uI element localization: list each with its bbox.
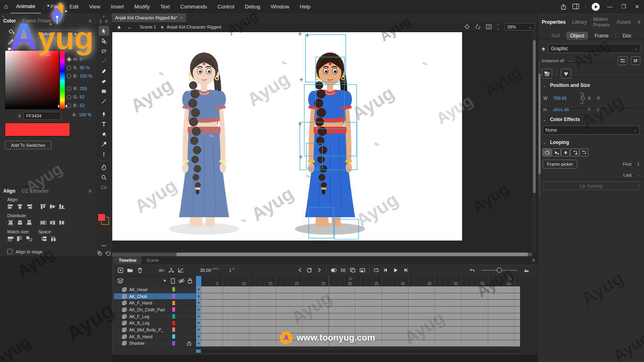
distribute-right-button[interactable] bbox=[58, 219, 66, 226]
align-panel-menu-icon[interactable]: ≡ bbox=[89, 188, 91, 194]
position-section-chevron[interactable]: ⌄ bbox=[543, 83, 546, 88]
fill-color-selector-icon[interactable] bbox=[7, 28, 15, 35]
space-horizontal-button[interactable] bbox=[49, 235, 57, 242]
menu-item-control[interactable]: Control bbox=[212, 4, 239, 10]
line-tool-icon[interactable] bbox=[99, 96, 109, 106]
distribute-top-button[interactable] bbox=[6, 219, 14, 226]
properties-menu-icon[interactable]: ≡ bbox=[638, 19, 640, 25]
tab-library[interactable]: Library bbox=[572, 19, 587, 25]
blue-radio[interactable] bbox=[67, 103, 71, 108]
first-value[interactable]: 1 bbox=[637, 162, 640, 167]
layer-color-chip[interactable] bbox=[172, 327, 175, 332]
pen-tool-icon[interactable] bbox=[99, 109, 109, 119]
reverse-loop-button[interactable] bbox=[570, 148, 579, 156]
distribute-center-button[interactable] bbox=[48, 219, 56, 226]
frames-rows[interactable] bbox=[196, 286, 520, 347]
layer-row-ak_f_hand[interactable]: AK_F_Hand bbox=[114, 300, 196, 306]
distribute-middle-button[interactable] bbox=[16, 219, 24, 226]
menu-item-window[interactable]: Window bbox=[266, 4, 295, 10]
frame-picker-button[interactable]: Frame picker bbox=[543, 160, 577, 169]
create-marker-range-icon[interactable] bbox=[357, 266, 367, 275]
snap-icon[interactable] bbox=[97, 251, 103, 256]
play-icon[interactable] bbox=[391, 266, 400, 275]
tab-properties[interactable]: Properties bbox=[542, 19, 566, 25]
timeline-hscrollbar-marker[interactable] bbox=[196, 350, 201, 353]
red-value[interactable]: 255 bbox=[80, 86, 87, 91]
layer-row-ak_b_leg[interactable]: AK_B_Leg bbox=[114, 320, 196, 327]
fps-value[interactable]: 30.00 bbox=[200, 268, 211, 273]
hand-tool-icon[interactable] bbox=[99, 162, 109, 172]
outline-box-icon[interactable] bbox=[171, 278, 175, 284]
graph-editor-icon[interactable] bbox=[176, 266, 186, 275]
home-icon[interactable]: ⌂ bbox=[4, 3, 8, 10]
insert-keyframe-icon[interactable] bbox=[305, 266, 314, 275]
step-back-icon[interactable] bbox=[381, 266, 391, 275]
play-once-button[interactable] bbox=[552, 148, 561, 156]
align-right-button[interactable] bbox=[25, 203, 33, 210]
match-both-button[interactable] bbox=[25, 235, 33, 242]
lock-aspect-icon[interactable] bbox=[579, 92, 585, 104]
green-radio[interactable] bbox=[67, 95, 71, 99]
color-hue-strip[interactable] bbox=[60, 50, 65, 109]
tab-assets[interactable]: Assets bbox=[617, 19, 631, 25]
layer-color-chip[interactable] bbox=[172, 307, 175, 312]
layer-color-chip[interactable] bbox=[172, 301, 175, 305]
zoom-tool-icon[interactable] bbox=[99, 172, 109, 182]
blue-row[interactable]: B:52 bbox=[67, 103, 95, 108]
menu-item-text[interactable]: Text bbox=[155, 4, 175, 10]
frame-row-ak_choti[interactable] bbox=[196, 293, 520, 300]
y-value[interactable]: 0 bbox=[597, 107, 599, 112]
distribute-bottom-button[interactable] bbox=[25, 219, 33, 226]
collapse-panel-icon[interactable]: « bbox=[2, 14, 4, 19]
x-value[interactable]: 0 bbox=[597, 96, 600, 101]
red-row[interactable]: R:255 bbox=[67, 86, 95, 91]
onion-skin-outlines-icon[interactable] bbox=[338, 266, 348, 275]
tab-color[interactable]: Color bbox=[3, 18, 16, 24]
hue-row[interactable]: H:0 ° bbox=[67, 56, 95, 62]
add-camera-icon[interactable] bbox=[157, 266, 166, 275]
eyedropper-tool-icon[interactable] bbox=[99, 139, 109, 149]
magic-wand-tool-icon[interactable] bbox=[99, 56, 109, 66]
frame-row-ak_head[interactable] bbox=[196, 286, 520, 293]
stage-vscrollbar-thumb[interactable] bbox=[533, 40, 536, 193]
frame-row-ak_dn_cloth_part[interactable] bbox=[196, 306, 520, 313]
frame-row-ak_f_hand[interactable] bbox=[196, 300, 520, 306]
color-panel-menu-icon[interactable]: ≡ bbox=[89, 18, 91, 24]
menu-item-animate[interactable]: Animate bbox=[10, 0, 41, 14]
looping-chevron[interactable]: ⌄ bbox=[543, 140, 546, 145]
frame-row-ak_b_leg[interactable] bbox=[196, 320, 520, 327]
lasso-tool-icon[interactable] bbox=[99, 46, 109, 56]
rectangle-tool-icon[interactable] bbox=[99, 86, 109, 96]
delete-layer-icon[interactable] bbox=[135, 266, 144, 275]
brightness-value[interactable]: 100 % bbox=[80, 74, 92, 78]
layer-color-chip[interactable] bbox=[172, 334, 175, 339]
reverse-once-button[interactable] bbox=[580, 148, 588, 156]
color-effects-chevron[interactable]: ⌄ bbox=[543, 117, 546, 122]
layer-parenting-icon[interactable] bbox=[166, 266, 176, 275]
layer-row-ak_head[interactable]: AK_Head bbox=[114, 286, 196, 293]
hue-value[interactable]: 0 ° bbox=[80, 57, 85, 62]
frame-row-ak_mid_body_p_[interactable] bbox=[196, 327, 520, 333]
menu-item-insert[interactable]: Insert bbox=[105, 4, 129, 10]
hide-layers-icon[interactable] bbox=[178, 278, 185, 284]
edit-multiple-frames-icon[interactable] bbox=[348, 266, 357, 275]
stage-hscrollbar-thumb[interactable] bbox=[176, 253, 528, 256]
fill-color-swatch[interactable] bbox=[98, 214, 105, 221]
eraser-tool-icon[interactable] bbox=[99, 76, 109, 86]
green-value[interactable]: 52 bbox=[80, 95, 85, 99]
layer-row-ak_mid_body_p_[interactable]: AK_Mid_Body_P_ bbox=[114, 327, 196, 333]
lip-syncing-button[interactable]: Lip Syncing bbox=[543, 181, 640, 190]
layer-row-ak_f_leg[interactable]: AK_F_Leg bbox=[114, 313, 196, 320]
menu-item-help[interactable]: Help bbox=[295, 4, 316, 10]
layer-color-chip[interactable] bbox=[172, 321, 175, 325]
color-type-dropdown[interactable]: color▾ bbox=[38, 30, 79, 38]
saturation-row[interactable]: S:80 % bbox=[67, 65, 95, 70]
tab-timeline[interactable]: Timeline bbox=[114, 256, 141, 264]
menu-item-modify[interactable]: Modify bbox=[129, 4, 155, 10]
asset-warp-tool-icon[interactable] bbox=[99, 149, 109, 159]
loop-playback-icon[interactable] bbox=[372, 266, 381, 275]
instance-settings-icon[interactable] bbox=[618, 56, 627, 65]
brush-tool-icon[interactable] bbox=[99, 66, 109, 76]
timeline-zoom-slider[interactable] bbox=[481, 267, 517, 273]
breadcrumb-scene[interactable]: Scene 1 bbox=[140, 25, 156, 29]
